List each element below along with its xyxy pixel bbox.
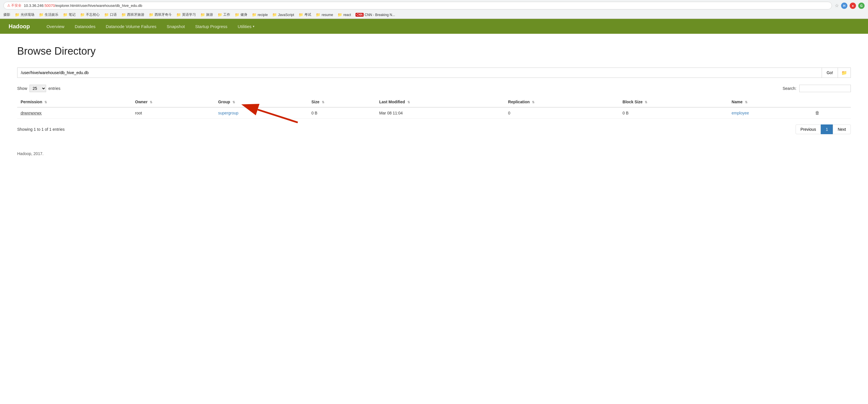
- browser-chrome: ⚠ 不安全 10.3.36.246:50070/explorer.html#/u…: [0, 0, 868, 19]
- bookmark-star-icon[interactable]: ☆: [835, 3, 839, 8]
- col-name[interactable]: Name ⇅: [728, 97, 812, 107]
- nav-utilities[interactable]: Utilities ▾: [232, 20, 259, 33]
- sort-permission-icon[interactable]: ⇅: [44, 100, 47, 104]
- bookmark-english[interactable]: 📁英语学习: [176, 12, 196, 17]
- footer-text: Hadoop, 2017.: [17, 152, 43, 156]
- footer: Hadoop, 2017.: [17, 152, 851, 156]
- owner-value: root: [135, 111, 142, 115]
- bookmark-react[interactable]: 📁react: [338, 12, 351, 17]
- main-content: Browse Directory Go! 📁 Show 25 10 50 100…: [0, 34, 868, 167]
- table-row: drwxrwxrwx root supergroup 0 B Mar 08 11…: [17, 107, 851, 119]
- col-size[interactable]: Size ⇅: [308, 97, 376, 107]
- url-text: 10.3.36.246:50070/explorer.html#/user/hi…: [24, 3, 142, 8]
- pagination-area: Showing 1 to 1 of 1 entries Previous 1 N…: [17, 125, 851, 134]
- bookmark-remember[interactable]: 📁不忘初心: [80, 12, 100, 17]
- nav-startup-progress[interactable]: Startup Progress: [190, 20, 233, 33]
- last-modified-value: Mar 08 11:04: [379, 111, 403, 115]
- cell-permission: drwxrwxrwx: [17, 107, 132, 119]
- address-bar-row: ⚠ 不安全 10.3.36.246:50070/explorer.html#/u…: [0, 0, 868, 11]
- cell-block-size: 0 B: [619, 107, 728, 119]
- col-replication[interactable]: Replication ⇅: [505, 97, 619, 107]
- path-row: Go! 📁: [17, 68, 851, 78]
- bookmark-notes[interactable]: 📁笔记: [63, 12, 75, 17]
- cell-name: employee: [728, 107, 812, 119]
- bookmark-javascript[interactable]: 📁JavaScript: [272, 12, 294, 17]
- sort-size-icon[interactable]: ⇅: [322, 100, 324, 104]
- bookmark-spain-chess[interactable]: 📁西班牙奇斗: [149, 12, 172, 17]
- avatar-green: G: [858, 3, 865, 9]
- col-last-modified[interactable]: Last Modified ⇅: [376, 97, 504, 107]
- sort-name-icon[interactable]: ⇅: [745, 100, 747, 104]
- search-label: Search:: [783, 86, 797, 91]
- name-link[interactable]: employee: [732, 111, 749, 115]
- cell-size: 0 B: [308, 107, 376, 119]
- dropdown-arrow-icon: ▾: [253, 25, 254, 28]
- security-icon: ⚠ 不安全: [7, 3, 22, 8]
- col-actions: [812, 97, 851, 107]
- bookmark-recipe[interactable]: 📁reciple: [252, 12, 268, 17]
- col-group[interactable]: Group ⇅: [215, 97, 308, 107]
- address-bar[interactable]: ⚠ 不安全 10.3.36.246:50070/explorer.html#/u…: [3, 2, 832, 9]
- search-input[interactable]: [799, 85, 851, 92]
- path-input[interactable]: [17, 68, 822, 78]
- cell-replication: 0: [505, 107, 619, 119]
- folder-icon: 📁: [841, 70, 847, 75]
- directory-table: Permission ⇅ Owner ⇅ Group ⇅ Size ⇅: [17, 97, 851, 119]
- size-value: 0 B: [311, 111, 317, 115]
- delete-icon[interactable]: 🗑: [815, 110, 819, 115]
- col-owner[interactable]: Owner ⇅: [132, 97, 215, 107]
- bookmark-exam[interactable]: 📁考试: [299, 12, 311, 17]
- col-block-size[interactable]: Block Size ⇅: [619, 97, 728, 107]
- nav-datanodes[interactable]: Datanodes: [69, 20, 101, 33]
- sort-lastmodified-icon[interactable]: ⇅: [407, 100, 410, 104]
- hadoop-navbar: Hadoop Overview Datanodes Datanode Volum…: [0, 19, 868, 34]
- sort-owner-icon[interactable]: ⇅: [150, 100, 152, 104]
- nav-datanode-volume-failures[interactable]: Datanode Volume Failures: [101, 20, 162, 33]
- bookmark-oral[interactable]: 📁口语: [104, 12, 117, 17]
- cell-owner: root: [132, 107, 215, 119]
- address-bar-icons: ☆ H ● G: [835, 3, 865, 9]
- bookmark-cnn[interactable]: CNN CNN - Breaking N...: [355, 13, 395, 17]
- col-permission[interactable]: Permission ⇅: [17, 97, 132, 107]
- show-entries-row: Show 25 10 50 100 entries: [17, 85, 60, 92]
- controls-row: Show 25 10 50 100 entries Search:: [17, 85, 851, 92]
- cell-delete: 🗑: [812, 107, 851, 119]
- bookmark-photo[interactable]: 摄影: [3, 12, 10, 17]
- bookmark-resume[interactable]: 📁resume: [316, 12, 333, 17]
- bookmark-fitness[interactable]: 📁健身: [235, 12, 247, 17]
- nav-snapshot[interactable]: Snapshot: [161, 20, 190, 33]
- avatar-blue: H: [841, 3, 847, 9]
- avatar-red: ●: [850, 3, 856, 9]
- bookmark-life[interactable]: 📁生活娱乐: [39, 12, 58, 17]
- entries-select[interactable]: 25 10 50 100: [30, 85, 46, 92]
- replication-value: 0: [508, 111, 510, 115]
- sort-replication-icon[interactable]: ⇅: [532, 100, 534, 104]
- show-label: Show: [17, 86, 27, 91]
- showing-text: Showing 1 to 1 of 1 entries: [17, 127, 65, 132]
- pagination-controls: Previous 1 Next: [796, 125, 851, 134]
- sort-group-icon[interactable]: ⇅: [232, 100, 235, 104]
- bookmark-solar[interactable]: 📁光伏现场: [15, 12, 34, 17]
- page-title: Browse Directory: [17, 45, 851, 57]
- table-header-row: Permission ⇅ Owner ⇅ Group ⇅ Size ⇅: [17, 97, 851, 107]
- hadoop-brand: Hadoop: [8, 23, 30, 30]
- group-link[interactable]: supergroup: [218, 111, 239, 115]
- nav-links: Overview Datanodes Datanode Volume Failu…: [41, 20, 259, 33]
- folder-button[interactable]: 📁: [838, 68, 851, 78]
- bookmark-work[interactable]: 📁工作: [218, 12, 230, 17]
- search-row: Search:: [783, 85, 851, 92]
- nav-overview[interactable]: Overview: [41, 20, 69, 33]
- bookmark-spain-travel[interactable]: 📁西班牙旅游: [121, 12, 144, 17]
- bookmark-travel[interactable]: 📁旅游: [200, 12, 213, 17]
- sort-blocksize-icon[interactable]: ⇅: [645, 100, 647, 104]
- previous-button[interactable]: Previous: [796, 125, 821, 134]
- block-size-value: 0 B: [623, 111, 629, 115]
- entries-label: entries: [49, 86, 60, 91]
- next-button[interactable]: Next: [833, 125, 851, 134]
- bookmarks-bar: 摄影 📁光伏现场 📁生活娱乐 📁笔记 📁不忘初心 📁口语 📁西班牙旅游 📁西班牙…: [0, 11, 868, 19]
- cell-group: supergroup: [215, 107, 308, 119]
- cell-last-modified: Mar 08 11:04: [376, 107, 504, 119]
- page-1-button[interactable]: 1: [821, 125, 833, 134]
- permission-value: drwxrwxrwx: [21, 111, 41, 115]
- go-button[interactable]: Go!: [822, 68, 838, 78]
